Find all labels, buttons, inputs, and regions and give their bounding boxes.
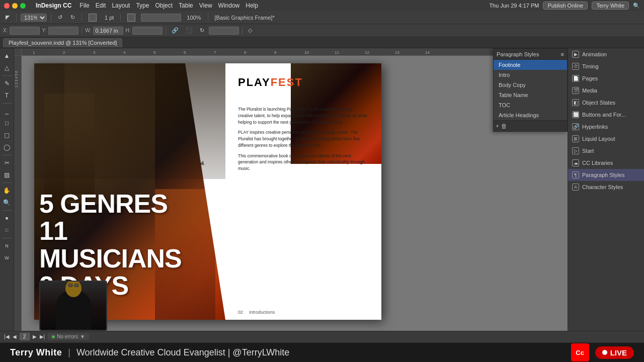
ruler-tick: 1 [32, 50, 36, 55]
para-style-table-name[interactable]: Table Name [494, 90, 567, 100]
menu-help[interactable]: Help [246, 2, 258, 9]
hyperlinks-panel-item[interactable]: 🔗 Hyperlinks [568, 121, 644, 133]
type-tool-btn[interactable]: T [2, 90, 13, 101]
shear-btn[interactable]: ◇ [246, 26, 255, 35]
redo-btn[interactable]: ↻ [68, 13, 77, 22]
frame-style-select[interactable]: [Basic Graphics Frame]* [212, 14, 277, 22]
fill-tool-btn[interactable]: ■ [2, 213, 13, 224]
menu-object[interactable]: Object [155, 2, 173, 9]
menu-edit[interactable]: Edit [96, 2, 106, 9]
preview-mode-btn[interactable]: W [2, 252, 13, 263]
stroke-weight-select[interactable]: 1 pt [102, 14, 116, 22]
y-label: Y: [42, 28, 46, 33]
scissors-tool-btn[interactable]: ✂ [2, 157, 13, 168]
search-icon[interactable]: 🔍 [633, 3, 640, 9]
direct-selection-tool-btn[interactable]: △ [2, 62, 13, 73]
rotate-btn[interactable]: ↻ [197, 26, 207, 35]
align-left-btn[interactable]: ⬛ [183, 26, 195, 35]
genres-text: 5 GENRES [39, 190, 215, 218]
close-button[interactable] [4, 3, 10, 9]
pen-tool-btn[interactable]: ✎ [2, 78, 13, 89]
first-page-btn[interactable]: |◀ [4, 334, 10, 339]
character-styles-panel-item[interactable]: A Character Styles [568, 181, 644, 193]
h-label: H: [125, 28, 130, 33]
toolbar-sep-rot [242, 27, 243, 35]
menu-table[interactable]: Table [179, 2, 193, 9]
menu-file[interactable]: File [79, 2, 89, 9]
hand-tool-btn[interactable]: ✋ [2, 185, 13, 196]
menu-window[interactable]: Window [218, 2, 240, 9]
next-page-btn[interactable]: ▶ [33, 334, 37, 339]
error-indicator: No errors ▼ [48, 333, 89, 340]
canvas-bottom-bar: |◀ ◀ ▶ ▶| No errors ▼ [0, 331, 644, 342]
paragraph-styles-panel-item[interactable]: ¶ Paragraph Styles [568, 169, 644, 181]
last-page-btn[interactable]: ▶| [40, 334, 45, 339]
document-tab[interactable]: Playfest_souvenir.indd @ 131% [Converted… [3, 38, 122, 47]
zoom-select[interactable]: 131% 100% 150% 200% 75% 50% [21, 14, 47, 22]
menu-layout[interactable]: Layout [112, 2, 130, 9]
tool-sep2 [2, 103, 12, 104]
fill-color-btn[interactable] [86, 13, 99, 23]
selection-tool[interactable]: ◤ [3, 13, 12, 22]
ruler-tick: 2 [62, 50, 66, 55]
start-panel-item[interactable]: ▷ Start [568, 145, 644, 157]
bottom-bar: Terry White | Worldwide Creative Cloud E… [0, 342, 644, 362]
tool-sep1 [2, 75, 12, 76]
page-number-input[interactable] [20, 333, 30, 340]
timing-panel-item[interactable]: ⏱ Timing [568, 60, 644, 72]
rect-tool-btn[interactable]: ▢ [2, 130, 13, 141]
lock-proportions-btn[interactable]: 🔗 [169, 26, 181, 35]
para-style-body-copy[interactable]: Body Copy [494, 80, 567, 90]
para-style-footnote[interactable]: Footnote [494, 60, 567, 70]
stroke-tool-btn[interactable]: □ [2, 225, 13, 236]
canvas-area[interactable]: 1 2 3 4 5 6 7 8 9 10 11 12 13 14 1 2 3 4… [14, 48, 568, 331]
liquid-layout-panel-item[interactable]: ⊞ Liquid Layout [568, 133, 644, 145]
zoom-tool-btn[interactable]: 🔍 [2, 197, 13, 208]
para-style-delete-btn[interactable]: 🗑 [501, 123, 507, 130]
toolbar-row1: ◤ 131% 100% 150% 200% 75% 50% ↺ ↻ 1 pt 1… [0, 11, 644, 24]
rect-frame-tool-btn[interactable]: □ [2, 118, 13, 129]
maximize-button[interactable] [20, 3, 26, 9]
gradient-tool-btn[interactable]: ▨ [2, 169, 13, 180]
publish-online-button[interactable]: Publish Online [543, 2, 588, 10]
object-states-panel-item[interactable]: ◧ Object States [568, 97, 644, 109]
para-styles-options-icon[interactable]: ≡ [561, 51, 564, 57]
para-style-add-btn[interactable]: + [496, 123, 499, 130]
timing-label: Timing [582, 63, 599, 69]
minimize-button[interactable] [12, 3, 18, 9]
stroke-color-btn[interactable] [125, 13, 138, 23]
opacity-btn[interactable]: 100% [184, 14, 203, 22]
object-states-icon: ◧ [572, 99, 579, 106]
liquid-layout-icon: ⊞ [572, 135, 579, 142]
tools-panel: ▲ △ ✎ T ⎯ □ ▢ ◯ ✂ ▨ ✋ 🔍 ■ □ N W [0, 48, 14, 331]
para-style-article-headings[interactable]: Article Headings [494, 110, 567, 120]
y-coord-input[interactable] [48, 27, 78, 35]
pages-panel-item[interactable]: 📄 Pages [568, 72, 644, 84]
selection-tool-btn[interactable]: ▲ [2, 50, 13, 61]
menu-type[interactable]: Type [136, 2, 149, 9]
rotation-input[interactable] [209, 27, 239, 35]
x-coord-input[interactable] [10, 27, 40, 35]
para-style-intro[interactable]: Intro [494, 70, 567, 80]
error-dropdown-icon[interactable]: ▼ [80, 334, 85, 339]
stroke-style-input[interactable] [141, 14, 181, 22]
cc-libraries-panel-item[interactable]: ☁ CC Libraries [568, 157, 644, 169]
normal-mode-btn[interactable]: N [2, 240, 13, 251]
user-menu-button[interactable]: Terry White [592, 2, 629, 10]
right-panel: ▶ Animation ⏱ Timing 📄 Pages 🎬 Media ◧ O… [568, 48, 644, 331]
prev-page-btn[interactable]: ◀ [13, 334, 17, 339]
window-controls[interactable] [4, 3, 26, 9]
buttons-forms-panel-item[interactable]: ⬜ Buttons and For... [568, 109, 644, 121]
h-input[interactable] [132, 27, 163, 35]
animation-panel-item[interactable]: ▶ Animation [568, 48, 644, 60]
ellipse-tool-btn[interactable]: ◯ [2, 142, 13, 153]
menu-view[interactable]: View [199, 2, 212, 9]
buttons-forms-label: Buttons and For... [582, 112, 626, 118]
line-tool-btn[interactable]: ⎯ [2, 106, 13, 117]
undo-btn[interactable]: ↺ [55, 13, 65, 22]
para-styles-header: Paragraph Styles ≡ [494, 49, 567, 60]
ruler-left: 1 2 3 4 5 6 [14, 56, 22, 331]
w-input[interactable] [93, 27, 123, 35]
para-style-toc[interactable]: TOC [494, 100, 567, 110]
media-panel-item[interactable]: 🎬 Media [568, 84, 644, 97]
